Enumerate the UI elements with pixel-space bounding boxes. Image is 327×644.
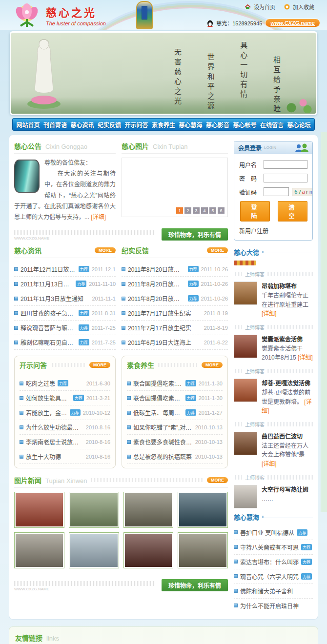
wisdom-list-item[interactable]: 为什么不能开启珠日神	[234, 599, 313, 613]
gallery-page-button[interactable]: 4	[201, 207, 208, 214]
wisdom-list-item[interactable]: 索达吉堪布：什么叫邪 力荐	[234, 555, 313, 569]
nav-item[interactable]: 纪实反馈	[98, 121, 121, 129]
wisdom-list-item[interactable]: 善护口业 莫叫福德从 力荐	[234, 525, 313, 540]
veg-list-item[interactable]: 联合国提倡吃素：北极将在20 力荐 2011-1-30	[127, 391, 223, 405]
news-more-button[interactable]: MORE	[95, 247, 116, 253]
item-date: 2010-10-13	[195, 454, 223, 460]
news-list-item[interactable]: 2011年11月13日放生通 力荐 2011-11-10	[14, 277, 116, 291]
news-photo[interactable]	[178, 492, 228, 528]
site-title: 慈心之光	[46, 4, 106, 20]
nav-item[interactable]: 开示问答	[124, 121, 148, 129]
wisdom-list-item[interactable]: 佛陀和诸大弟子舍利	[234, 584, 313, 599]
veg-list-item[interactable]: 总是被忽视的抗癌蔬菜 2010-10-13	[127, 449, 223, 464]
news-list-item[interactable]: 雕刻亿嘛呢石见自解脱缘起文 力荐 2011-7-25	[14, 335, 116, 350]
wisdom-list-item[interactable]: 守持八关斋戒有不可思 力荐	[234, 540, 313, 555]
news-list: 2011年12月11日放生通 力荐 2011-12-1 2011年11月13日放…	[14, 262, 116, 350]
cherish-life-button[interactable]: 珍惜物命，利乐有情	[162, 579, 228, 591]
register-link[interactable]: 新用户注册	[239, 228, 268, 235]
qa-list-item[interactable]: 李炳南老居士说放生：上等功德 2010-8-16	[20, 435, 110, 449]
news-photo[interactable]	[123, 532, 174, 568]
gallery-page-button[interactable]: 2	[184, 207, 191, 214]
qa-list-item[interactable]: 吃肉之过患 力荐 2011-6-30	[20, 376, 110, 391]
calligraphy-column: 无害慈心之光	[172, 48, 183, 115]
feedback-list-item[interactable]: 2011年7月17日放生纪实 2011-8-19	[122, 321, 228, 335]
nav-item[interactable]: 刊首寄语	[43, 121, 67, 129]
qa-list-item[interactable]: 若能放生，金刚地狱中也能解脱 力荐 2010-10-12	[20, 405, 110, 420]
nav-item[interactable]: 慈心慧海	[179, 121, 202, 129]
veg-list-item[interactable]: 联合国提倡吃素:肉食有百害而 力荐 2011-1-30	[127, 376, 223, 391]
news-photo[interactable]	[14, 532, 64, 568]
gallery-page-button[interactable]: 3	[193, 207, 200, 214]
photo-news-more-button[interactable]: MORE	[207, 477, 228, 483]
feedback-list-item[interactable]: 2011年7月17日放生纪实 2011-8-19	[122, 306, 228, 321]
gallery-page-button[interactable]: 1	[176, 207, 183, 214]
set-home-link[interactable]: 设为首页	[254, 3, 275, 11]
news-list-item[interactable]: 2011年12月11日放生通 力荐 2011-12-1	[14, 262, 116, 277]
news-photo[interactable]	[14, 492, 64, 528]
news-photo[interactable]	[123, 492, 174, 528]
bullet-icon	[14, 267, 18, 271]
nav-item[interactable]: 慈心资讯	[70, 121, 94, 129]
bullet-icon	[127, 440, 131, 444]
item-date: 2011-11-10	[89, 281, 116, 287]
lotus-logo	[12, 1, 42, 29]
veg-list-item[interactable]: 素食也要多食碱性食物噢!!但 2010-10-13	[127, 435, 223, 449]
master-item[interactable]: 昂翁加称堪布 千年古刹嘎伦寺正在进行原址重建工 [详细]	[234, 282, 313, 319]
feedback-more-button[interactable]: MORE	[207, 247, 228, 253]
nav-item[interactable]: 素食养生	[152, 121, 175, 129]
cherish-life-button[interactable]: 珍惜物命，利乐有情	[162, 228, 228, 241]
master-detail-link[interactable]: [详细]	[262, 461, 277, 467]
nav-item[interactable]: 在线留言	[260, 121, 284, 129]
feedback-list-item[interactable]: 2011年8月20日放生纪实 力荐 2011-10-26	[122, 291, 228, 306]
news-photo[interactable]	[69, 492, 119, 528]
gallery-page-button[interactable]: 5	[209, 207, 216, 214]
qa-list-item[interactable]: 放生十大功德 2010-8-16	[20, 449, 110, 464]
news-photo[interactable]	[178, 532, 228, 568]
gallery-page-button[interactable]: 6	[218, 207, 225, 214]
master-item[interactable]: 觉囊派紫金活佛 觉囊紫金活佛于2010年8月15 [详细]	[234, 335, 313, 362]
news-list-item[interactable]: 释说观音菩萨与嘛呢心咒 力荐 2011-7-25	[14, 321, 116, 335]
recommend-badge: 力荐	[76, 281, 86, 287]
veg-list-item[interactable]: 低碳生活、每周一素-(温总理 力荐 2011-1-27	[127, 405, 223, 420]
qa-list-item[interactable]: 如何放生能具足菩萨六度——【 力荐 2011-3-21	[20, 391, 110, 405]
slogan-bar-bottom: WWW.CXZG.NAME 珍惜物命，利乐有情	[14, 579, 228, 591]
master-item[interactable]: 却苍·更嘎法觉活佛 却苍·更嘎法觉的前世是更敦群培。 [详细]	[234, 379, 313, 416]
veg-list-item[interactable]: 如果你吃错了“素”,对身体的 2010-10-13	[127, 420, 223, 435]
item-date: 2011-10-26	[201, 296, 228, 302]
master-detail-link[interactable]: [详细]	[262, 310, 277, 317]
nav-item[interactable]: 慈心帐号	[233, 121, 256, 129]
feedback-list-item[interactable]: 2011年6月19日大连海上 2011-6-22	[122, 335, 228, 350]
clear-button[interactable]: 清 空	[278, 201, 307, 221]
nav-item[interactable]: 网站首页	[16, 121, 40, 129]
master-item[interactable]: 曲巴益西仁波切 法王还曾经在万人大会上称赞他“是 [详细]	[234, 432, 313, 469]
nav-item[interactable]: 慈心影音	[206, 121, 229, 129]
feedback-list-item[interactable]: 2011年8月20日放生纪实 力荐 2011-10-26	[122, 277, 228, 291]
feedback-list-item[interactable]: 2011年8月20日放生纪实 力荐 2011-10-26	[122, 262, 228, 277]
captcha-input[interactable]	[264, 187, 289, 196]
news-list-item[interactable]: 四川甘孜的孩子急需您捐赠旧衣 力荐 2011-8-31	[14, 306, 116, 321]
wisdom-list-item[interactable]: 观音心咒（六字大明咒 力荐	[234, 569, 313, 584]
qa-list-item[interactable]: 为什么放生功德最为第一 2010-8-16	[20, 420, 110, 435]
recommend-badge: 力荐	[185, 380, 196, 386]
announcement-detail-link[interactable]: [详细]	[91, 214, 106, 221]
bullet-icon	[122, 282, 125, 286]
bullet-icon	[122, 267, 125, 271]
nav-item[interactable]: 慈心论坛	[287, 121, 310, 129]
password-input[interactable]	[264, 174, 307, 182]
veg-more-button[interactable]: MORE	[202, 362, 223, 368]
qa-more-button[interactable]: MORE	[89, 362, 110, 368]
username-input[interactable]	[264, 160, 307, 169]
qa-list: 吃肉之过患 力荐 2011-6-30 如何放生能具足菩萨六度——【 力荐 201…	[20, 376, 110, 464]
login-button[interactable]: 登 陆	[240, 201, 270, 221]
master-item[interactable]: 大空行母写热让姆 ……	[234, 485, 313, 508]
master-block: 上师博客 却苍·更嘎法觉活佛 却苍·更嘎法觉的前世是更敦群培。 [详细]	[234, 367, 313, 416]
news-list-item[interactable]: 2011年11月3日放生通知 2011-11-1	[14, 291, 116, 306]
master-detail-link[interactable]: [详细]	[298, 354, 313, 361]
recommend-badge: 力荐	[188, 281, 199, 287]
bullet-icon	[14, 341, 18, 344]
bullet-icon	[127, 411, 131, 415]
news-photo[interactable]	[69, 532, 119, 568]
domain-button[interactable]: www.CXZG.name	[265, 19, 320, 27]
prayer-wheel-image	[14, 160, 40, 193]
add-favorite-link[interactable]: 加入收藏	[293, 3, 314, 11]
